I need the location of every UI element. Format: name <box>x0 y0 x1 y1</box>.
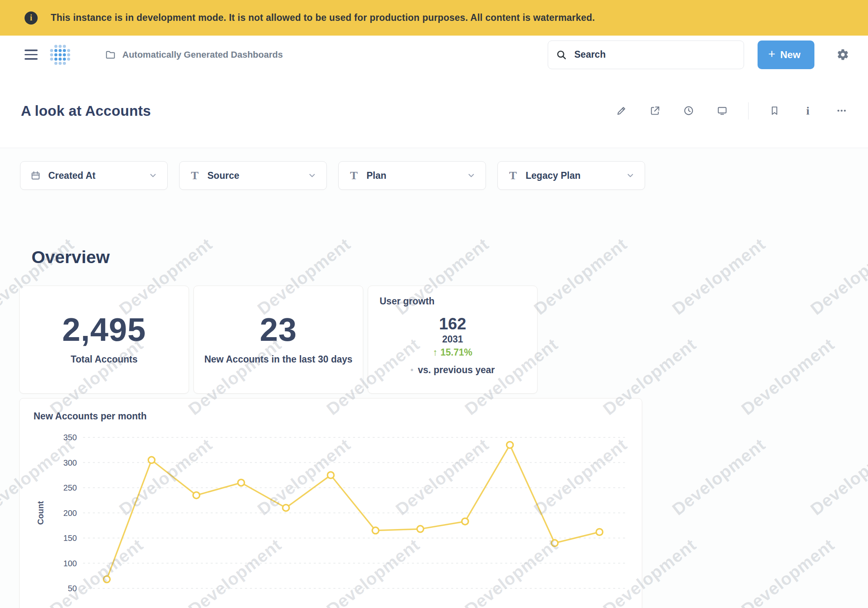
string-filter-icon: T <box>349 170 359 181</box>
metabase-logo[interactable] <box>49 43 72 66</box>
dev-mode-banner: i This instance is in development mode. … <box>0 0 868 36</box>
filter-label: Source <box>207 170 239 181</box>
user-growth-comparison: • vs. previous year <box>411 365 495 376</box>
search-input[interactable] <box>548 41 744 69</box>
svg-text:250: 250 <box>63 483 77 492</box>
share-icon[interactable] <box>648 103 663 119</box>
chevron-down-icon <box>467 171 476 180</box>
svg-text:Count: Count <box>36 501 45 525</box>
ellipsis-icon[interactable] <box>834 103 849 119</box>
svg-text:300: 300 <box>63 458 77 467</box>
user-growth-body: 162 2031 ↑ 15.71% • vs. previous year <box>380 307 526 383</box>
svg-text:100: 100 <box>63 559 77 568</box>
clock-icon[interactable] <box>681 103 697 119</box>
user-growth-delta: ↑ 15.71% <box>433 347 472 358</box>
filter-label: Created At <box>48 170 95 181</box>
section-title: Overview <box>31 247 868 267</box>
svg-text:350: 350 <box>63 433 77 442</box>
fullscreen-icon[interactable] <box>715 103 730 119</box>
filter-label: Plan <box>367 170 387 181</box>
string-filter-icon: T <box>189 170 200 181</box>
filter-plan[interactable]: T Plan <box>338 161 486 190</box>
gear-glyph <box>837 48 849 61</box>
calendar-icon <box>30 170 41 181</box>
new-button-label: New <box>780 49 801 61</box>
plus-icon: + <box>768 48 776 60</box>
user-growth-title: User growth <box>380 296 526 307</box>
string-filter-icon: T <box>508 170 518 181</box>
chevron-down-icon <box>308 171 317 180</box>
breadcrumb[interactable]: Automatically Generated Dashboards <box>105 50 283 60</box>
new-button[interactable]: + New <box>758 41 814 69</box>
bookmark-icon[interactable] <box>767 103 782 119</box>
new-accounts-card[interactable]: 23 New Accounts in the last 30 days <box>193 286 363 394</box>
divider <box>748 102 749 119</box>
user-growth-pct: 15.71% <box>441 347 472 358</box>
cards-row: 2,495 Total Accounts 23 New Accounts in … <box>19 286 868 394</box>
dashboard-header: A look at Accounts i <box>0 74 868 148</box>
new-accounts-per-month-card[interactable]: New Accounts per month 35030025020015010… <box>19 398 642 608</box>
new-accounts-value: 23 <box>260 313 297 346</box>
filter-label: Legacy Plan <box>526 170 580 181</box>
info-action-icon[interactable]: i <box>800 103 816 119</box>
total-accounts-card[interactable]: 2,495 Total Accounts <box>19 286 189 394</box>
svg-text:50: 50 <box>68 584 77 593</box>
total-accounts-label: Total Accounts <box>71 353 138 366</box>
bullet-icon: • <box>411 365 414 375</box>
edit-pencil-icon[interactable] <box>614 103 630 119</box>
svg-text:200: 200 <box>63 509 77 518</box>
total-accounts-value: 2,495 <box>62 313 146 346</box>
top-navbar: Automatically Generated Dashboards + New <box>0 36 868 74</box>
comparison-label: vs. previous year <box>418 365 495 376</box>
menu-icon[interactable] <box>25 50 38 60</box>
folder-icon <box>105 50 116 60</box>
search-box[interactable] <box>548 41 744 69</box>
chevron-down-icon <box>626 171 635 180</box>
dashboard-body: Created At T Source T Plan T Legacy Plan <box>0 148 868 608</box>
up-arrow-icon: ↑ <box>433 347 438 358</box>
logo-dots-icon <box>49 44 71 65</box>
chevron-down-icon <box>148 171 157 180</box>
svg-text:150: 150 <box>63 534 77 543</box>
filter-bar: Created At T Source T Plan T Legacy Plan <box>0 148 868 190</box>
user-growth-year: 2031 <box>442 334 463 345</box>
page-title: A look at Accounts <box>21 103 151 119</box>
user-growth-card[interactable]: User growth 162 2031 ↑ 15.71% • vs. prev… <box>368 286 537 394</box>
filter-source[interactable]: T Source <box>179 161 327 190</box>
filter-created-at[interactable]: Created At <box>20 161 168 190</box>
chart-title: New Accounts per month <box>34 410 642 422</box>
breadcrumb-label: Automatically Generated Dashboards <box>122 50 283 60</box>
filter-legacy-plan[interactable]: T Legacy Plan <box>497 161 645 190</box>
new-accounts-label: New Accounts in the last 30 days <box>204 353 352 366</box>
user-growth-value: 162 <box>439 315 466 333</box>
gear-icon[interactable] <box>837 48 849 61</box>
info-icon: i <box>25 11 38 25</box>
banner-text: This instance is in development mode. It… <box>51 12 595 23</box>
line-chart[interactable]: 35030025020015010050Count <box>20 424 641 608</box>
dashboard-actions: i <box>614 102 850 119</box>
